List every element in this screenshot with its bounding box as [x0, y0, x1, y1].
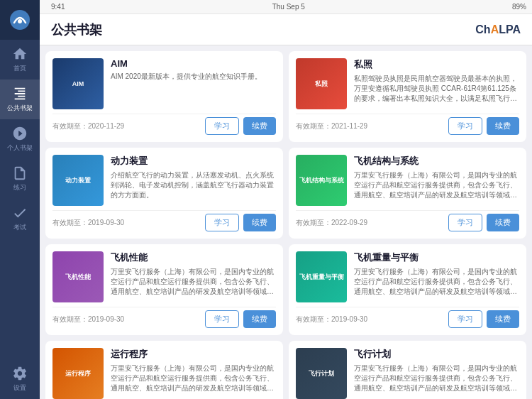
book-top-structure: 飞机结构与系统 飞机结构与系统 万里安飞行服务（上海）有限公司，是国内专业的航空… [296, 155, 519, 206]
book-desc-ops: 万里安飞行服务（上海）有限公司，是国内专业的航空运行产品和航空运行服务提供商，包… [111, 364, 276, 393]
sidebar-item-home[interactable]: 首页 [0, 40, 40, 80]
book-desc-structure: 万里安飞行服务（上海）有限公司，是国内专业的航空运行产品和航空运行服务提供商，包… [354, 170, 519, 200]
book-title-aim: AIM [111, 58, 276, 69]
book-desc-aim: AIM 2020最新版本，提供专业的航空知识手册。 [111, 72, 276, 82]
book-info-aim: AIM AIM 2020最新版本，提供专业的航空知识手册。 [111, 58, 276, 82]
book-card-structure: 飞机结构与系统 飞机结构与系统 万里安飞行服务（上海）有限公司，是国内专业的航空… [289, 148, 526, 239]
book-title-ops: 运行程序 [111, 348, 276, 361]
continue-button-power[interactable]: 续费 [243, 214, 276, 231]
sidebar: 首页 公共书架 个人书架 练习 考试 设置 [0, 0, 40, 399]
book-footer-power: 有效期至：2019-09-30 学习 续费 [52, 210, 276, 231]
book-desc-license: 私照驾驶员执照是民用航空器驾驶员最基本的执照，万里安遵循私用驾驶员执照 CCAR… [354, 74, 519, 104]
book-info-power: 动力装置 介绍航空飞行的动力装置，从活塞发动机、点火系统到涡轮、电子发动机控制，… [111, 155, 276, 200]
learn-button-structure[interactable]: 学习 [448, 214, 482, 231]
page-title: 公共书架 [51, 21, 475, 38]
book-footer-aim: 有效期至：2020-11-29 学习 续费 [52, 114, 276, 135]
continue-button-weight[interactable]: 续费 [487, 310, 519, 328]
sidebar-item-practice[interactable]: 练习 [0, 159, 40, 199]
book-cover-aim: AIM [52, 58, 104, 109]
sidebar-item-exam[interactable]: 考试 [0, 199, 40, 239]
book-card-plan: 飞行计划 飞行计划 万里安飞行服务（上海）有限公司，是国内专业的航空运行产品和航… [289, 341, 526, 399]
book-cover-ops: 运行程序 [52, 348, 104, 399]
book-title-structure: 飞机结构与系统 [354, 155, 519, 168]
book-info-structure: 飞机结构与系统 万里安飞行服务（上海）有限公司，是国内专业的航空运行产品和航空运… [354, 155, 519, 200]
continue-button-structure[interactable]: 续费 [487, 214, 519, 231]
app-logo [0, 0, 40, 40]
book-title-license: 私照 [354, 58, 519, 71]
book-card-power: 动力装置 动力装置 介绍航空飞行的动力装置，从活塞发动机、点火系统到涡轮、电子发… [45, 148, 283, 239]
book-buttons-performance: 学习 续费 [205, 310, 276, 328]
book-buttons-license: 学习 续费 [448, 117, 519, 135]
sidebar-item-shelf[interactable]: 公共书架 [0, 80, 40, 119]
book-top-ops: 运行程序 运行程序 万里安飞行服务（上海）有限公司，是国内专业的航空运行产品和航… [52, 348, 276, 399]
book-desc-performance: 万里安飞行服务（上海）有限公司，是国内专业的航空运行产品和航空运行服务提供商，包… [111, 267, 276, 297]
book-cover-performance: 飞机性能 [52, 251, 104, 302]
book-top-aim: AIM AIM AIM 2020最新版本，提供专业的航空知识手册。 [52, 58, 276, 109]
status-time: 9:41 [51, 3, 65, 11]
continue-button-performance[interactable]: 续费 [243, 310, 276, 328]
book-buttons-weight: 学习 续费 [448, 310, 519, 328]
book-cover-plan: 飞行计划 [296, 348, 347, 399]
book-footer-weight: 有效期至：2019-09-30 学习 续费 [296, 307, 519, 328]
learn-button-power[interactable]: 学习 [205, 214, 239, 231]
book-expire-structure: 有效期至：2022-09-29 [296, 218, 367, 228]
book-info-ops: 运行程序 万里安飞行服务（上海）有限公司，是国内专业的航空运行产品和航空运行服务… [111, 348, 276, 393]
book-desc-weight: 万里安飞行服务（上海）有限公司，是国内专业的航空运行产品和航空运行服务提供商，包… [354, 267, 519, 297]
book-expire-aim: 有效期至：2020-11-29 [52, 121, 124, 131]
book-buttons-aim: 学习 续费 [205, 117, 276, 135]
status-battery: 89% [512, 3, 526, 11]
book-card-ops: 运行程序 运行程序 万里安飞行服务（上海）有限公司，是国内专业的航空运行产品和航… [45, 341, 283, 399]
book-expire-power: 有效期至：2019-09-30 [52, 218, 124, 228]
book-cover-structure: 飞机结构与系统 [296, 155, 347, 206]
topbar: 公共书架 ChALPA [40, 14, 532, 45]
book-footer-performance: 有效期至：2019-09-30 学习 续费 [52, 307, 276, 328]
book-top-performance: 飞机性能 飞机性能 万里安飞行服务（上海）有限公司，是国内专业的航空运行产品和航… [52, 251, 276, 302]
book-top-weight: 飞机重量与平衡 飞机重量与平衡 万里安飞行服务（上海）有限公司，是国内专业的航空… [296, 251, 519, 302]
sidebar-item-personal[interactable]: 个人书架 [0, 119, 40, 159]
book-top-plan: 飞行计划 飞行计划 万里安飞行服务（上海）有限公司，是国内专业的航空运行产品和航… [296, 348, 519, 399]
book-info-weight: 飞机重量与平衡 万里安飞行服务（上海）有限公司，是国内专业的航空运行产品和航空运… [354, 251, 519, 297]
book-card-weight: 飞机重量与平衡 飞机重量与平衡 万里安飞行服务（上海）有限公司，是国内专业的航空… [289, 244, 526, 335]
continue-button-license[interactable]: 续费 [487, 117, 519, 135]
book-card-performance: 飞机性能 飞机性能 万里安飞行服务（上海）有限公司，是国内专业的航空运行产品和航… [45, 244, 283, 335]
learn-button-aim[interactable]: 学习 [205, 117, 239, 135]
book-title-weight: 飞机重量与平衡 [354, 251, 519, 264]
book-grid: AIM AIM AIM 2020最新版本，提供专业的航空知识手册。 有效期至：2… [45, 51, 526, 399]
book-info-performance: 飞机性能 万里安飞行服务（上海）有限公司，是国内专业的航空运行产品和航空运行服务… [111, 251, 276, 297]
book-expire-performance: 有效期至：2019-09-30 [52, 315, 124, 324]
svg-point-1 [18, 19, 22, 23]
book-top-power: 动力装置 动力装置 介绍航空飞行的动力装置，从活塞发动机、点火系统到涡轮、电子发… [52, 155, 276, 206]
learn-button-performance[interactable]: 学习 [205, 310, 239, 328]
book-cover-license: 私照 [296, 58, 347, 109]
book-footer-structure: 有效期至：2022-09-29 学习 续费 [296, 210, 519, 231]
status-bar: 9:41 Thu Sep 5 89% [40, 0, 532, 14]
book-title-plan: 飞行计划 [354, 348, 519, 361]
book-card-aim: AIM AIM AIM 2020最新版本，提供专业的航空知识手册。 有效期至：2… [45, 51, 283, 142]
book-info-plan: 飞行计划 万里安飞行服务（上海）有限公司，是国内专业的航空运行产品和航空运行服务… [354, 348, 519, 393]
book-footer-license: 有效期至：2021-11-29 学习 续费 [296, 114, 519, 135]
main-content: 9:41 Thu Sep 5 89% 公共书架 ChALPA AIM AIM A… [40, 0, 532, 399]
status-date: Thu Sep 5 [272, 3, 305, 11]
book-desc-plan: 万里安飞行服务（上海）有限公司，是国内专业的航空运行产品和航空运行服务提供商，包… [354, 364, 519, 393]
book-expire-license: 有效期至：2021-11-29 [296, 121, 367, 131]
book-cover-weight: 飞机重量与平衡 [296, 251, 347, 302]
book-top-license: 私照 私照 私照驾驶员执照是民用航空器驾驶员最基本的执照，万里安遵循私用驾驶员执… [296, 58, 519, 109]
book-title-performance: 飞机性能 [111, 251, 276, 264]
book-grid-wrapper[interactable]: AIM AIM AIM 2020最新版本，提供专业的航空知识手册。 有效期至：2… [40, 45, 532, 399]
brand-logo: ChALPA [475, 23, 521, 36]
book-buttons-structure: 学习 续费 [448, 214, 519, 231]
sidebar-item-settings[interactable]: 设置 [0, 359, 40, 399]
learn-button-weight[interactable]: 学习 [448, 310, 482, 328]
book-title-power: 动力装置 [111, 155, 276, 168]
book-desc-power: 介绍航空飞行的动力装置，从活塞发动机、点火系统到涡轮、电子发动机控制，涵盖航空飞… [111, 170, 276, 200]
book-info-license: 私照 私照驾驶员执照是民用航空器驾驶员最基本的执照，万里安遵循私用驾驶员执照 C… [354, 58, 519, 104]
learn-button-license[interactable]: 学习 [448, 117, 482, 135]
book-buttons-power: 学习 续费 [205, 214, 276, 231]
book-card-license: 私照 私照 私照驾驶员执照是民用航空器驾驶员最基本的执照，万里安遵循私用驾驶员执… [289, 51, 526, 142]
book-cover-power: 动力装置 [52, 155, 104, 206]
continue-button-aim[interactable]: 续费 [243, 117, 276, 135]
book-expire-weight: 有效期至：2019-09-30 [296, 315, 367, 324]
